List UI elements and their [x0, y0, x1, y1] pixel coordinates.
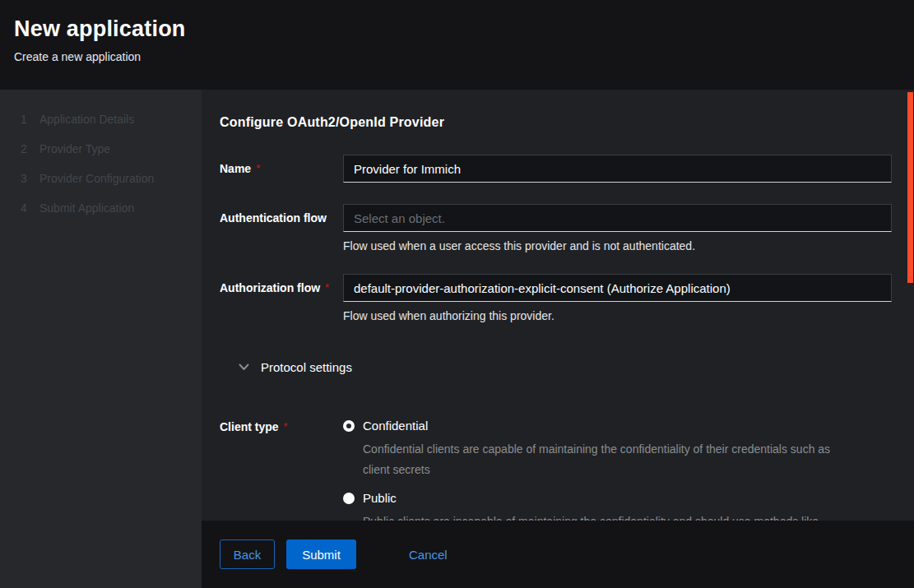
wizard-main: Configure OAuth2/OpenId Provider Name* A… — [202, 90, 914, 588]
step-number: 2 — [21, 142, 39, 155]
form-scroll-area: Configure OAuth2/OpenId Provider Name* A… — [202, 90, 914, 521]
step-number: 3 — [21, 172, 39, 185]
wizard-nav: 1 Application Details 2 Provider Type 3 … — [0, 90, 202, 588]
radio-confidential[interactable]: Confidential — [343, 419, 892, 433]
step-label: Submit Application — [39, 201, 134, 215]
required-asterisk: * — [284, 420, 288, 433]
new-application-wizard: New application Create a new application… — [0, 0, 914, 588]
protocol-settings-toggle[interactable]: Protocol settings — [220, 360, 892, 374]
required-asterisk: * — [256, 162, 260, 174]
authorization-flow-help: Flow used when authorizing this provider… — [343, 309, 892, 322]
wizard-step-provider-type[interactable]: 2 Provider Type — [21, 142, 202, 155]
client-type-label: Client type* — [220, 419, 343, 433]
wizard-header: New application Create a new application — [0, 0, 914, 90]
client-type-option-confidential: Confidential Confidential clients are ca… — [343, 419, 892, 480]
client-type-option-public: Public Public clients are incapable of m… — [343, 491, 892, 521]
authentication-flow-input[interactable] — [343, 204, 892, 232]
step-label: Application Details — [39, 113, 134, 126]
required-asterisk: * — [325, 281, 329, 294]
confidential-description: Confidential clients are capable of main… — [363, 439, 856, 480]
radio-selected-icon[interactable] — [343, 420, 355, 432]
public-description: Public clients are incapable of maintain… — [363, 512, 856, 521]
cancel-button[interactable]: Cancel — [409, 548, 448, 562]
name-input[interactable] — [343, 155, 892, 183]
page-subtitle: Create a new application — [14, 50, 894, 63]
authorization-flow-label: Authorization flow* — [220, 274, 343, 294]
wizard-step-application-details[interactable]: 1 Application Details — [21, 113, 202, 126]
scrollbar-thumb[interactable] — [907, 92, 913, 283]
wizard-step-provider-configuration[interactable]: 3 Provider Configuration — [21, 172, 202, 185]
authorization-flow-form-row: Authorization flow* Flow used when autho… — [220, 274, 892, 322]
name-label: Name* — [220, 155, 343, 175]
back-button[interactable]: Back — [220, 539, 275, 569]
authentication-flow-help: Flow used when a user access this provid… — [343, 239, 892, 252]
step-label: Provider Configuration — [39, 172, 154, 185]
step-number: 4 — [21, 201, 39, 215]
radio-public[interactable]: Public — [343, 491, 892, 505]
authorization-flow-input[interactable] — [343, 274, 892, 302]
protocol-settings-label: Protocol settings — [261, 360, 352, 374]
step-number: 1 — [21, 113, 39, 126]
wizard-step-submit-application[interactable]: 4 Submit Application — [21, 201, 202, 215]
page-title: New application — [14, 15, 894, 43]
name-form-row: Name* — [220, 155, 892, 183]
authentication-flow-form-row: Authentication flow Flow used when a use… — [220, 204, 892, 252]
radio-unselected-icon[interactable] — [343, 493, 355, 504]
step-label: Provider Type — [39, 142, 110, 155]
client-type-radio-group: Confidential Confidential clients are ca… — [343, 419, 892, 521]
form-heading: Configure OAuth2/OpenId Provider — [220, 115, 892, 130]
client-type-form-row: Client type* Confidential Confidential c… — [220, 419, 892, 521]
chevron-down-icon — [239, 363, 249, 371]
submit-button[interactable]: Submit — [286, 539, 356, 569]
wizard-footer: Back Submit Cancel — [202, 521, 914, 588]
authentication-flow-label: Authentication flow — [220, 204, 343, 225]
